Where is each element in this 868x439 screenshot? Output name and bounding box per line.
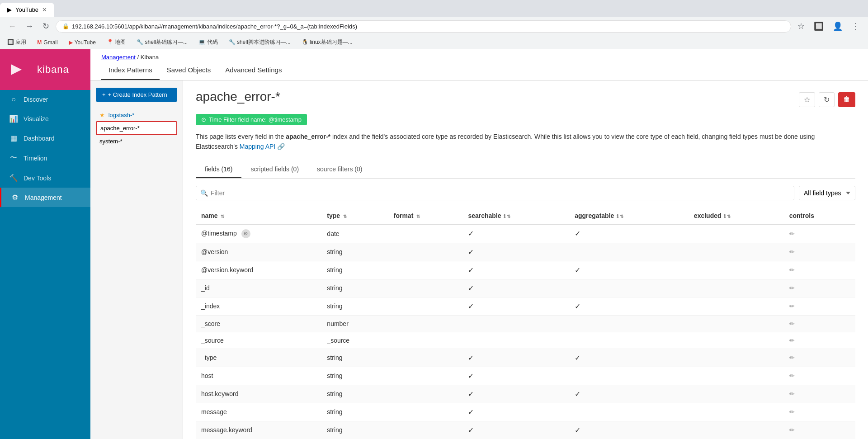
field-excluded-cell [689, 224, 784, 243]
mapping-api-link[interactable]: Mapping API [240, 143, 275, 150]
breadcrumb-management[interactable]: Management [101, 54, 136, 61]
field-aggregatable-cell: ✓ [569, 261, 689, 279]
edit-field-icon[interactable]: ✏ [789, 248, 795, 255]
searchable-check: ✓ [468, 354, 474, 362]
back-button[interactable]: ← [5, 20, 19, 33]
field-format-cell [388, 279, 463, 297]
searchable-info-icon[interactable]: ℹ [504, 213, 505, 219]
searchable-sort-icon[interactable]: ⇅ [507, 214, 510, 219]
sidebar-item-timelion[interactable]: 〜 Timelion [0, 148, 90, 168]
address-bar[interactable]: 🔒 192.168.246.10:5601/app/kibana#/manage… [56, 20, 791, 33]
security-icon: 🔒 [62, 23, 69, 29]
refresh-button[interactable]: ↻ [819, 92, 835, 107]
bookmark-shell2[interactable]: 🔧 shell脚本进阶练习—... [227, 38, 292, 47]
delete-button[interactable]: 🗑 [838, 92, 855, 107]
field-excluded-cell [689, 332, 784, 349]
edit-field-icon[interactable]: ✏ [789, 372, 795, 379]
field-searchable-cell: ✓ [462, 421, 569, 439]
edit-field-icon[interactable]: ✏ [789, 408, 795, 415]
field-aggregatable-cell [569, 243, 689, 261]
create-index-pattern-button[interactable]: + + Create Index Pattern [96, 88, 177, 102]
bookmark-star-icon[interactable]: ☆ [795, 19, 807, 33]
bookmark-shell1[interactable]: 🔧 shell基础练习—... [135, 38, 189, 47]
reload-button[interactable]: ↻ [40, 19, 52, 33]
create-button-label: + Create Index Pattern [108, 91, 167, 98]
aggregatable-info-icon[interactable]: ℹ [617, 213, 618, 219]
bookmark-maps[interactable]: 📍 地图 [105, 38, 127, 47]
bookmark-gmail[interactable]: M Gmail [35, 38, 59, 47]
searchable-check: ✓ [468, 408, 474, 416]
dashboard-icon: ▦ [9, 134, 18, 142]
field-format-cell [388, 367, 463, 385]
field-type-cell: string [321, 385, 388, 403]
tab-source-filters[interactable]: source filters (0) [308, 161, 371, 178]
star-button[interactable]: ☆ [799, 92, 815, 107]
filter-input-wrap: 🔍 [196, 186, 794, 200]
filter-input[interactable] [196, 186, 794, 200]
aggregatable-check: ✓ [575, 302, 580, 310]
tab-index-patterns[interactable]: Index Patterns [101, 61, 160, 80]
field-name-cell: host [196, 367, 321, 385]
field-name-cell: host.keyword [196, 385, 321, 403]
edit-field-icon[interactable]: ✏ [789, 284, 795, 292]
field-controls-cell: ✏ [784, 297, 855, 315]
edit-field-icon[interactable]: ✏ [789, 302, 795, 310]
tab-fields[interactable]: fields (16) [196, 161, 241, 178]
sidebar-item-discover[interactable]: ○ Discover [0, 90, 90, 109]
field-type-select[interactable]: All field types string number date boole… [799, 186, 855, 200]
aggregatable-sort-icon[interactable]: ⇅ [620, 214, 623, 219]
field-controls-cell: ✏ [784, 224, 855, 243]
bookmark-linux[interactable]: 🐧 linux基础习题—... [300, 38, 354, 47]
field-controls-cell: ✏ [784, 385, 855, 403]
index-list-item-apache-error[interactable]: apache_error-* [96, 121, 177, 135]
table-row: _score number✏ [196, 315, 855, 332]
tab-title: YouTube [15, 6, 38, 13]
field-controls-cell: ✏ [784, 279, 855, 297]
format-sort-icon[interactable]: ⇅ [416, 214, 420, 219]
tab-close-icon[interactable]: ✕ [42, 6, 47, 13]
name-sort-icon[interactable]: ⇅ [221, 214, 224, 219]
field-excluded-cell [689, 261, 784, 279]
edit-field-icon[interactable]: ✏ [789, 266, 795, 274]
col-format: format ⇅ [388, 208, 463, 224]
index-list-item-system[interactable]: system-* [96, 135, 177, 147]
bookmark-youtube[interactable]: ▶ YouTube [67, 38, 98, 47]
sidebar-item-management[interactable]: ⚙ Management [0, 188, 90, 207]
bookmark-apps[interactable]: 🔲 应用 [5, 38, 28, 47]
field-excluded-cell [689, 315, 784, 332]
star-icon: ★ [99, 112, 105, 118]
account-icon[interactable]: 👤 [830, 19, 845, 33]
bookmark-code[interactable]: 💻 代码 [197, 38, 219, 47]
edit-field-icon[interactable]: ✏ [789, 320, 795, 327]
tab-scripted-fields[interactable]: scripted fields (0) [241, 161, 308, 178]
edit-field-icon[interactable]: ✏ [789, 426, 795, 434]
tab-saved-objects[interactable]: Saved Objects [160, 61, 218, 80]
sidebar-item-visualize[interactable]: 📊 Visualize [0, 109, 90, 128]
excluded-sort-icon[interactable]: ⇅ [727, 214, 731, 219]
col-aggregatable: aggregatable ℹ⇅ [569, 208, 689, 224]
active-tab[interactable]: ▶ YouTube ✕ [0, 3, 54, 17]
tab-advanced-settings[interactable]: Advanced Settings [218, 61, 289, 80]
search-icon: 🔍 [200, 189, 208, 197]
field-excluded-cell [689, 367, 784, 385]
kibana-logo-text: kibana [28, 57, 78, 83]
visualize-icon: 📊 [9, 114, 18, 123]
col-searchable: searchable ℹ⇅ [462, 208, 569, 224]
index-list-item-logstash[interactable]: ★ logstash-* [96, 109, 177, 121]
field-aggregatable-cell: ✓ [569, 224, 689, 243]
menu-icon[interactable]: ⋮ [849, 19, 863, 33]
index-description: This page lists every field in the apach… [196, 132, 855, 152]
sidebar-item-devtools[interactable]: 🔨 Dev Tools [0, 168, 90, 188]
extensions-icon[interactable]: 🔲 [811, 19, 826, 33]
excluded-info-icon[interactable]: ℹ [724, 213, 726, 219]
edit-field-icon[interactable]: ✏ [789, 354, 795, 361]
forward-button[interactable]: → [23, 20, 36, 33]
sidebar-item-dashboard[interactable]: ▦ Dashboard [0, 128, 90, 148]
edit-field-icon[interactable]: ✏ [789, 390, 795, 397]
field-excluded-cell [689, 279, 784, 297]
type-sort-icon[interactable]: ⇅ [343, 214, 347, 219]
edit-field-icon[interactable]: ✏ [789, 230, 795, 237]
management-icon: ⚙ [10, 193, 19, 202]
field-searchable-cell: ✓ [462, 243, 569, 261]
edit-field-icon[interactable]: ✏ [789, 337, 795, 344]
